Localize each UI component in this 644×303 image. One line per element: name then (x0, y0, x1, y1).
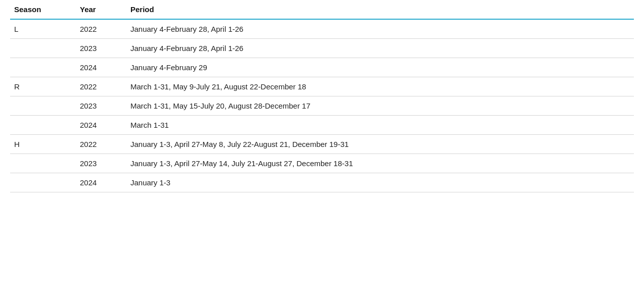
header-year: Year (76, 0, 126, 19)
cell-season: R (10, 77, 76, 96)
cell-season: L (10, 19, 76, 39)
cell-period: January 1-3, April 27-May 14, July 21-Au… (126, 154, 634, 173)
cell-year: 2023 (76, 39, 126, 58)
cell-season (10, 58, 76, 77)
header-period: Period (126, 0, 634, 19)
cell-season (10, 173, 76, 192)
cell-period: March 1-31 (126, 116, 634, 135)
cell-period: January 4-February 28, April 1-26 (126, 19, 634, 39)
cell-season (10, 116, 76, 135)
cell-year: 2024 (76, 116, 126, 135)
table-row: L2022January 4-February 28, April 1-26 (10, 19, 634, 39)
table-row: 2024March 1-31 (10, 116, 634, 135)
cell-period: March 1-31, May 9-July 21, August 22-Dec… (126, 77, 634, 96)
cell-period: January 1-3, April 27-May 8, July 22-Aug… (126, 135, 634, 154)
table-row: H2022January 1-3, April 27-May 8, July 2… (10, 135, 634, 154)
cell-year: 2023 (76, 96, 126, 116)
cell-year: 2024 (76, 58, 126, 77)
cell-year: 2022 (76, 19, 126, 39)
cell-season (10, 39, 76, 58)
cell-season (10, 154, 76, 173)
cell-year: 2022 (76, 135, 126, 154)
header-season: Season (10, 0, 76, 19)
table-container: Season Year Period L2022January 4-Februa… (0, 0, 644, 303)
seasons-table: Season Year Period L2022January 4-Februa… (10, 0, 634, 192)
table-row: 2024January 1-3 (10, 173, 634, 192)
cell-period: January 4-February 29 (126, 58, 634, 77)
table-row: 2024January 4-February 29 (10, 58, 634, 77)
cell-year: 2023 (76, 154, 126, 173)
cell-period: January 1-3 (126, 173, 634, 192)
table-row: R2022March 1-31, May 9-July 21, August 2… (10, 77, 634, 96)
table-header-row: Season Year Period (10, 0, 634, 19)
cell-year: 2024 (76, 173, 126, 192)
cell-period: January 4-February 28, April 1-26 (126, 39, 634, 58)
table-row: 2023January 4-February 28, April 1-26 (10, 39, 634, 58)
cell-season (10, 96, 76, 116)
table-row: 2023January 1-3, April 27-May 14, July 2… (10, 154, 634, 173)
table-row: 2023March 1-31, May 15-July 20, August 2… (10, 96, 634, 116)
cell-period: March 1-31, May 15-July 20, August 28-De… (126, 96, 634, 116)
cell-year: 2022 (76, 77, 126, 96)
cell-season: H (10, 135, 76, 154)
